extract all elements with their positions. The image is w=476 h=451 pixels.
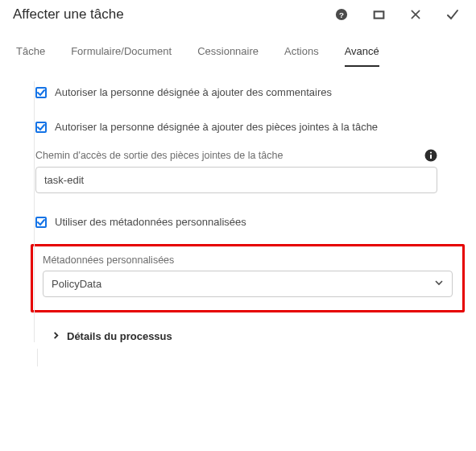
chevron-right-icon [52,330,60,342]
tab-cessionnaire[interactable]: Cessionnaire [197,45,259,67]
header-actions: ? [334,7,460,22]
fullscreen-icon[interactable] [371,7,386,22]
tab-bar: Tâche Formulaire/Document Cessionnaire A… [0,23,476,67]
chevron-down-icon [434,278,444,290]
process-details-expander[interactable]: Détails du processus [52,330,476,342]
tree-guide [34,81,35,342]
dialog-title: Affecter une tâche [13,6,124,23]
svg-rect-6 [430,155,432,159]
use-custom-metadata-label: Utiliser des métadonnées personnalisées [55,216,246,228]
allow-comments-checkbox[interactable] [35,87,47,98]
info-icon[interactable] [424,149,437,162]
custom-metadata-value: PolicyData [52,278,101,290]
svg-rect-2 [374,11,383,18]
tab-avance[interactable]: Avancé [345,45,379,67]
allow-attachments-label: Autoriser la personne désignée à ajouter… [55,121,378,133]
output-path-label: Chemin d'accès de sortie des pièces join… [35,150,283,161]
process-details-label: Détails du processus [67,330,172,342]
tab-formulaire[interactable]: Formulaire/Document [71,45,172,67]
highlighted-region: Métadonnées personnalisées PolicyData [31,244,465,312]
allow-comments-label: Autoriser la personne désignée à ajouter… [55,86,332,98]
use-custom-metadata-checkbox[interactable] [35,217,47,228]
help-icon[interactable]: ? [334,7,349,22]
tree-guide-tail [37,349,476,366]
confirm-icon[interactable] [445,7,460,22]
output-path-input[interactable] [35,167,437,193]
tab-actions[interactable]: Actions [284,45,319,67]
close-icon[interactable] [408,7,423,22]
custom-metadata-label: Métadonnées personnalisées [43,254,453,266]
svg-point-7 [430,151,432,153]
tab-tache[interactable]: Tâche [16,45,45,67]
allow-attachments-checkbox[interactable] [35,122,47,133]
svg-text:?: ? [339,10,344,19]
custom-metadata-select[interactable]: PolicyData [43,271,453,297]
